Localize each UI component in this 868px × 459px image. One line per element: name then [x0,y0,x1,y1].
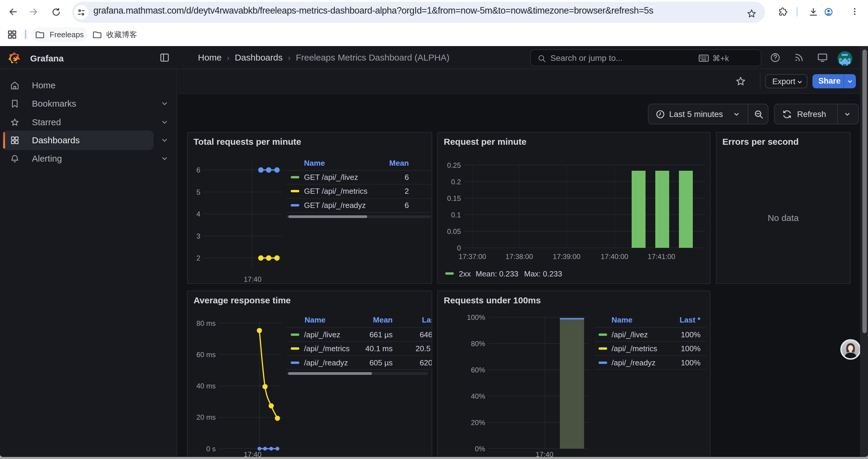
svg-text:0: 0 [457,244,461,252]
svg-text:20 ms: 20 ms [196,413,216,421]
svg-text:0.1: 0.1 [451,211,461,219]
svg-text:4: 4 [196,210,200,218]
svg-text:17:40: 17:40 [244,275,261,283]
svg-text:0.15: 0.15 [447,194,461,202]
svg-text:0%: 0% [475,445,485,453]
svg-text:0 s: 0 s [206,445,216,453]
svg-text:60 ms: 60 ms [196,351,216,359]
svg-text:20%: 20% [471,419,485,427]
svg-text:60%: 60% [471,366,485,374]
svg-text:17:41:00: 17:41:00 [648,253,675,261]
svg-text:17:40: 17:40 [244,451,261,457]
svg-text:6: 6 [196,166,200,174]
svg-text:17:38:00: 17:38:00 [505,253,533,261]
svg-text:80 ms: 80 ms [196,319,216,327]
svg-text:100%: 100% [467,314,485,321]
svg-text:17:40: 17:40 [536,451,553,457]
svg-text:40 ms: 40 ms [196,382,216,390]
svg-text:3: 3 [196,232,200,240]
svg-text:2: 2 [196,254,200,262]
svg-text:17:40:00: 17:40:00 [601,253,628,261]
svg-text:0.2: 0.2 [451,178,461,186]
svg-text:80%: 80% [471,340,485,348]
svg-text:0.05: 0.05 [447,227,461,235]
svg-text:40%: 40% [471,392,485,400]
svg-text:5: 5 [196,188,200,196]
svg-text:17:39:00: 17:39:00 [553,253,580,261]
svg-text:17:37:00: 17:37:00 [459,253,486,261]
svg-text:0.25: 0.25 [447,161,461,169]
